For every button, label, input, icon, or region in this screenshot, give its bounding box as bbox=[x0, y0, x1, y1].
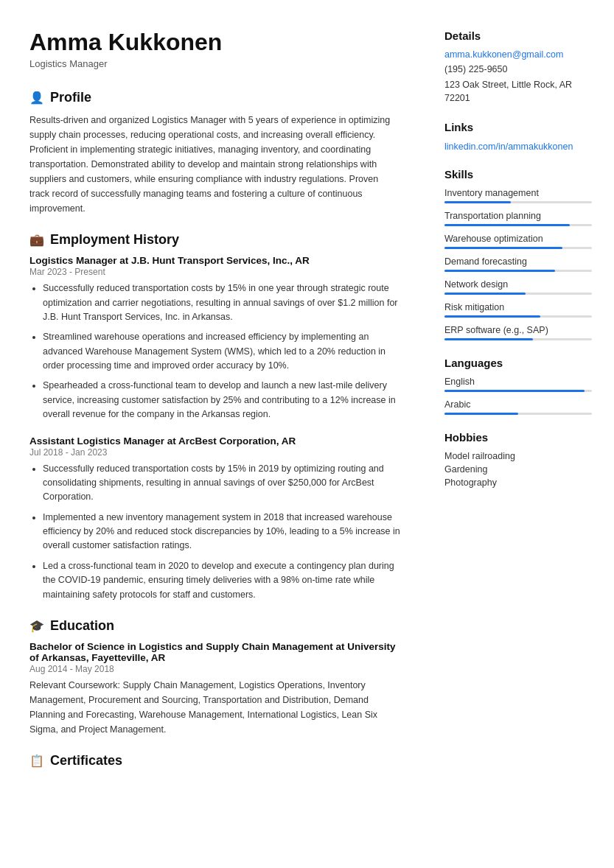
skill-name-5: Risk mitigation bbox=[444, 302, 592, 312]
job-2-title: Assistant Logistics Manager at ArcBest C… bbox=[29, 435, 400, 447]
employment-icon: 💼 bbox=[29, 233, 44, 247]
job-1-bullet-1: Successfully reduced transportation cost… bbox=[43, 281, 400, 324]
job-2-bullet-2: Implemented a new inventory management s… bbox=[43, 511, 400, 553]
profile-icon: 👤 bbox=[29, 91, 44, 105]
skill-name-3: Demand forecasting bbox=[444, 256, 592, 267]
job-2-date: Jul 2018 - Jan 2023 bbox=[29, 447, 400, 458]
skill-bar-bg-2 bbox=[444, 247, 592, 249]
skill-bar-fill-5 bbox=[444, 315, 540, 318]
lang-bar-fill-1 bbox=[444, 413, 518, 415]
languages-section: Languages English Arabic bbox=[444, 357, 592, 415]
edu-degree: Bachelor of Science in Logistics and Sup… bbox=[29, 641, 400, 663]
candidate-title: Logistics Manager bbox=[29, 58, 400, 69]
job-2: Assistant Logistics Manager at ArcBest C… bbox=[29, 435, 400, 602]
skill-item-6: ERP software (e.g., SAP) bbox=[444, 325, 592, 340]
skill-bar-fill-0 bbox=[444, 201, 511, 203]
employment-section-title: 💼 Employment History bbox=[29, 232, 400, 248]
skills-title: Skills bbox=[444, 168, 592, 181]
hobby-item-1: Gardening bbox=[444, 464, 592, 475]
skills-list: Inventory management Transportation plan… bbox=[444, 188, 592, 340]
lang-bar-bg-0 bbox=[444, 390, 592, 392]
job-2-bullets: Successfully reduced transportation cost… bbox=[29, 462, 400, 602]
education-icon: 🎓 bbox=[29, 619, 44, 633]
skill-bar-bg-6 bbox=[444, 338, 592, 340]
job-2-bullet-3: Led a cross-functional team in 2020 to d… bbox=[43, 559, 400, 602]
certificates-section: 📋 Certificates bbox=[29, 753, 400, 769]
edu-date: Aug 2014 - May 2018 bbox=[29, 664, 400, 674]
links-section: Links linkedin.com/in/ammakukkonen bbox=[444, 121, 592, 152]
skill-item-3: Demand forecasting bbox=[444, 256, 592, 272]
job-1-bullets: Successfully reduced transportation cost… bbox=[29, 281, 400, 421]
lang-bar-fill-0 bbox=[444, 390, 585, 392]
page: Amma Kukkonen Logistics Manager 👤 Profil… bbox=[0, 0, 614, 814]
skill-name-1: Transportation planning bbox=[444, 211, 592, 221]
lang-item-1: Arabic bbox=[444, 399, 592, 415]
certificates-section-title: 📋 Certificates bbox=[29, 753, 400, 769]
job-1-date: Mar 2023 - Present bbox=[29, 267, 400, 277]
skill-bar-bg-0 bbox=[444, 201, 592, 203]
hobbies-list: Model railroadingGardeningPhotography bbox=[444, 451, 592, 488]
skill-name-6: ERP software (e.g., SAP) bbox=[444, 325, 592, 335]
languages-title: Languages bbox=[444, 357, 592, 369]
job-1-title: Logistics Manager at J.B. Hunt Transport… bbox=[29, 255, 400, 266]
skill-bar-fill-4 bbox=[444, 293, 526, 295]
job-1-bullet-2: Streamlined warehouse operations and inc… bbox=[43, 330, 400, 373]
skill-bar-fill-2 bbox=[444, 247, 562, 249]
education-section: 🎓 Education Bachelor of Science in Logis… bbox=[29, 618, 400, 737]
details-title: Details bbox=[444, 29, 592, 42]
skill-bar-bg-1 bbox=[444, 224, 592, 226]
lang-name-1: Arabic bbox=[444, 399, 592, 410]
certificates-icon: 📋 bbox=[29, 754, 44, 768]
languages-list: English Arabic bbox=[444, 377, 592, 415]
skill-item-5: Risk mitigation bbox=[444, 302, 592, 318]
candidate-name: Amma Kukkonen bbox=[29, 29, 400, 55]
phone-number: (195) 225-9650 bbox=[444, 64, 592, 74]
skill-item-2: Warehouse optimization bbox=[444, 234, 592, 249]
skill-bar-fill-1 bbox=[444, 224, 570, 226]
skill-item-4: Network design bbox=[444, 279, 592, 295]
hobbies-section: Hobbies Model railroadingGardeningPhotog… bbox=[444, 431, 592, 488]
job-1: Logistics Manager at J.B. Hunt Transport… bbox=[29, 255, 400, 421]
skill-name-4: Network design bbox=[444, 279, 592, 290]
links-title: Links bbox=[444, 121, 592, 133]
job-1-bullet-3: Spearheaded a cross-functional team to d… bbox=[43, 379, 400, 421]
employment-section: 💼 Employment History Logistics Manager a… bbox=[29, 232, 400, 602]
profile-text: Results-driven and organized Logistics M… bbox=[29, 113, 400, 216]
address: 123 Oak Street, Little Rock, AR 72201 bbox=[444, 79, 592, 105]
skill-bar-fill-6 bbox=[444, 338, 533, 340]
skill-item-0: Inventory management bbox=[444, 188, 592, 203]
details-section: Details amma.kukkonen@gmail.com (195) 22… bbox=[444, 29, 592, 105]
job-2-bullet-1: Successfully reduced transportation cost… bbox=[43, 462, 400, 505]
profile-section: 👤 Profile Results-driven and organized L… bbox=[29, 90, 400, 216]
left-column: Amma Kukkonen Logistics Manager 👤 Profil… bbox=[29, 29, 430, 785]
linkedin-link[interactable]: linkedin.com/in/ammakukkonen bbox=[444, 141, 573, 152]
hobby-item-0: Model railroading bbox=[444, 451, 592, 461]
profile-section-title: 👤 Profile bbox=[29, 90, 400, 105]
lang-name-0: English bbox=[444, 377, 592, 387]
education-section-title: 🎓 Education bbox=[29, 618, 400, 634]
skill-name-2: Warehouse optimization bbox=[444, 234, 592, 244]
lang-item-0: English bbox=[444, 377, 592, 392]
skills-section: Skills Inventory management Transportati… bbox=[444, 168, 592, 340]
skill-bar-bg-5 bbox=[444, 315, 592, 318]
header-section: Amma Kukkonen Logistics Manager bbox=[29, 29, 400, 69]
email-link[interactable]: amma.kukkonen@gmail.com bbox=[444, 49, 592, 60]
skill-bar-bg-4 bbox=[444, 293, 592, 295]
hobbies-title: Hobbies bbox=[444, 431, 592, 444]
hobby-item-2: Photography bbox=[444, 477, 592, 488]
skill-bar-fill-3 bbox=[444, 270, 555, 272]
right-column: Details amma.kukkonen@gmail.com (195) 22… bbox=[430, 29, 592, 785]
skill-name-0: Inventory management bbox=[444, 188, 592, 198]
edu-coursework: Relevant Coursework: Supply Chain Manage… bbox=[29, 678, 400, 737]
skill-bar-bg-3 bbox=[444, 270, 592, 272]
skill-item-1: Transportation planning bbox=[444, 211, 592, 226]
lang-bar-bg-1 bbox=[444, 413, 592, 415]
